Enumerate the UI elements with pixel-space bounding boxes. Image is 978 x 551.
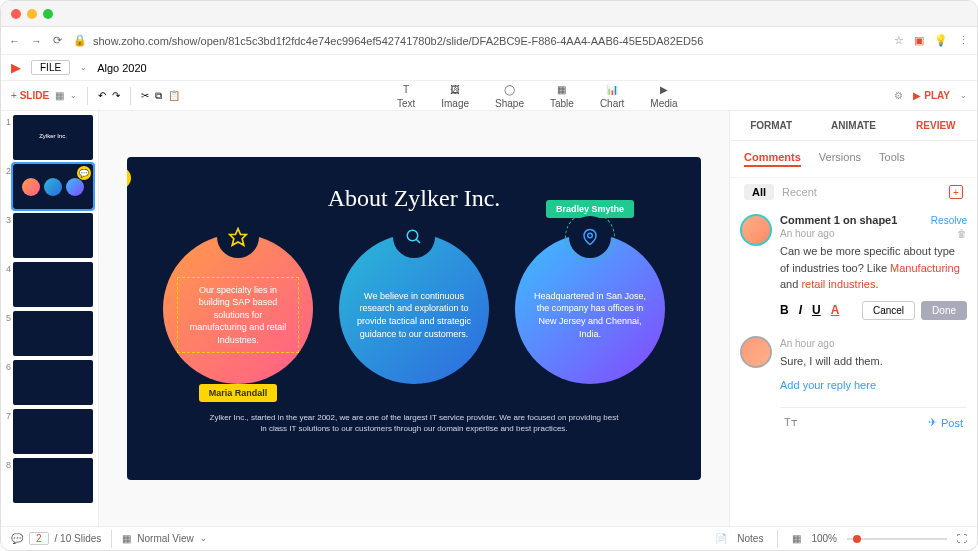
insert-chart-button[interactable]: 📊Chart: [600, 83, 624, 109]
subtab-tools[interactable]: Tools: [879, 151, 905, 167]
add-slide-button[interactable]: + SLIDE: [11, 90, 49, 101]
comments-toggle-icon[interactable]: 💬: [11, 533, 23, 544]
thumbnail-5[interactable]: [13, 311, 93, 356]
right-panel: FORMAT ANIMATE REVIEW Comments Versions …: [729, 111, 977, 526]
extension-icon[interactable]: ▣: [914, 34, 924, 47]
slide-canvas[interactable]: 💬 About Zylker Inc. Our specialty lies i…: [99, 111, 729, 526]
reload-icon[interactable]: ⟳: [53, 34, 62, 47]
bold-button[interactable]: B: [780, 303, 789, 317]
location-icon[interactable]: [569, 216, 611, 258]
notes-label[interactable]: Notes: [737, 533, 763, 544]
circle-shape-3[interactable]: Bradley Smythe Headquartered in San Jose…: [515, 234, 665, 384]
slide: 💬 About Zylker Inc. Our specialty lies i…: [127, 157, 701, 480]
cut-icon[interactable]: ✂: [141, 90, 149, 101]
subtab-versions[interactable]: Versions: [819, 151, 861, 167]
redo-icon[interactable]: ↷: [112, 90, 120, 101]
resolve-button[interactable]: Resolve: [931, 215, 967, 226]
text-color-button[interactable]: A: [831, 303, 840, 317]
paste-icon[interactable]: 📋: [168, 90, 180, 101]
svg-point-1: [407, 230, 418, 241]
total-slides: / 10 Slides: [55, 533, 102, 544]
extension-icon-2[interactable]: 💡: [934, 34, 948, 47]
circle-shape-1[interactable]: Our specialty lies in building SAP based…: [163, 234, 313, 384]
text-format-icon[interactable]: Tᴛ: [784, 416, 797, 429]
app-logo-icon[interactable]: ▶: [11, 60, 21, 75]
circle-text-2[interactable]: We believe in continuous research and ex…: [353, 290, 475, 340]
close-window-button[interactable]: [11, 9, 21, 19]
insert-image-button[interactable]: 🖼Image: [441, 83, 469, 109]
file-menu[interactable]: FILE: [31, 60, 70, 75]
url-field[interactable]: 🔒 show.zoho.com/show/open/81c5c3bd1f2fdc…: [73, 34, 883, 47]
browser-address-bar: ← → ⟳ 🔒 show.zoho.com/show/open/81c5c3bd…: [1, 27, 977, 55]
tab-format[interactable]: FORMAT: [730, 111, 812, 140]
thumbnail-3[interactable]: [13, 213, 93, 258]
copy-icon[interactable]: ⧉: [155, 90, 162, 102]
notes-icon[interactable]: 📄: [715, 533, 727, 544]
comment-time: An hour ago: [780, 228, 835, 239]
insert-text-button[interactable]: TText: [397, 83, 415, 109]
filter-all[interactable]: All: [744, 184, 774, 200]
minimize-window-button[interactable]: [27, 9, 37, 19]
forward-icon[interactable]: →: [31, 35, 42, 47]
star-icon[interactable]: [217, 216, 259, 258]
italic-button[interactable]: I: [799, 303, 802, 317]
insert-table-button[interactable]: ▦Table: [550, 83, 574, 109]
zoom-handle[interactable]: [853, 535, 861, 543]
browser-menu-icon[interactable]: ⋮: [958, 34, 969, 47]
done-button[interactable]: Done: [921, 301, 967, 320]
view-dropdown-icon[interactable]: ⌄: [200, 534, 207, 543]
comment-text[interactable]: Can we be more specific about type of in…: [780, 243, 967, 293]
zoom-grid-icon[interactable]: ▦: [792, 533, 801, 544]
post-button[interactable]: ✈Post: [928, 416, 963, 429]
back-icon[interactable]: ←: [9, 35, 20, 47]
slide-footer-text[interactable]: Zylker Inc., started in the year 2002, w…: [127, 412, 701, 434]
star-icon[interactable]: ☆: [894, 34, 904, 47]
cancel-button[interactable]: Cancel: [862, 301, 915, 320]
circle-text-1[interactable]: Our specialty lies in building SAP based…: [177, 277, 299, 354]
thumbnail-2[interactable]: 💬: [13, 164, 93, 209]
undo-icon[interactable]: ↶: [98, 90, 106, 101]
play-button[interactable]: ▶ PLAY: [913, 90, 950, 101]
thumbnail-8[interactable]: [13, 458, 93, 503]
comment-text: Sure, I will add them.: [780, 353, 967, 370]
toolbar: + SLIDE ▦ ⌄ ↶ ↷ ✂ ⧉ 📋 TText 🖼Image ◯Shap…: [1, 81, 977, 111]
comment-badge-icon: 💬: [77, 166, 91, 180]
add-comment-button[interactable]: +: [949, 185, 963, 199]
current-slide-number[interactable]: 2: [29, 532, 49, 545]
app-menubar: ▶ FILE ⌄ Algo 2020: [1, 55, 977, 81]
view-mode-label[interactable]: Normal View: [137, 533, 194, 544]
insert-shape-button[interactable]: ◯Shape: [495, 83, 524, 109]
file-dropdown-icon[interactable]: ⌄: [80, 63, 87, 72]
svg-line-2: [416, 239, 420, 243]
commenter-tag-1[interactable]: Maria Randall: [199, 384, 278, 402]
reply-input[interactable]: Add your reply here: [780, 369, 967, 401]
search-icon[interactable]: [393, 216, 435, 258]
layout-icon[interactable]: ▦: [55, 90, 64, 101]
circle-text-3[interactable]: Headquartered in San Jose, the company h…: [529, 290, 651, 340]
filter-recent[interactable]: Recent: [782, 186, 817, 198]
thumbnail-4[interactable]: [13, 262, 93, 307]
zoom-level[interactable]: 100%: [811, 533, 837, 544]
dropdown-icon[interactable]: ⌄: [70, 91, 77, 100]
zoom-slider[interactable]: [847, 538, 947, 540]
comment-title: Comment 1 on shape1: [780, 214, 897, 226]
tab-review[interactable]: REVIEW: [895, 111, 977, 140]
view-mode-icon[interactable]: ▦: [122, 533, 131, 544]
tab-animate[interactable]: ANIMATE: [812, 111, 894, 140]
maximize-window-button[interactable]: [43, 9, 53, 19]
underline-button[interactable]: U: [812, 303, 821, 317]
play-dropdown-icon[interactable]: ⌄: [960, 91, 967, 100]
thumbnail-6[interactable]: [13, 360, 93, 405]
document-title[interactable]: Algo 2020: [97, 62, 147, 74]
fullscreen-icon[interactable]: ⛶: [957, 533, 967, 544]
insert-media-button[interactable]: ▶Media: [650, 83, 677, 109]
avatar: [740, 336, 772, 368]
send-icon: ✈: [928, 416, 937, 429]
settings-icon[interactable]: ⚙: [894, 90, 903, 101]
subtab-comments[interactable]: Comments: [744, 151, 801, 167]
circle-shape-2[interactable]: We believe in continuous research and ex…: [339, 234, 489, 384]
delete-comment-icon[interactable]: 🗑: [957, 228, 967, 239]
thumbnail-1[interactable]: Zylker Inc.: [13, 115, 93, 160]
window-titlebar: [1, 1, 977, 27]
thumbnail-7[interactable]: [13, 409, 93, 454]
